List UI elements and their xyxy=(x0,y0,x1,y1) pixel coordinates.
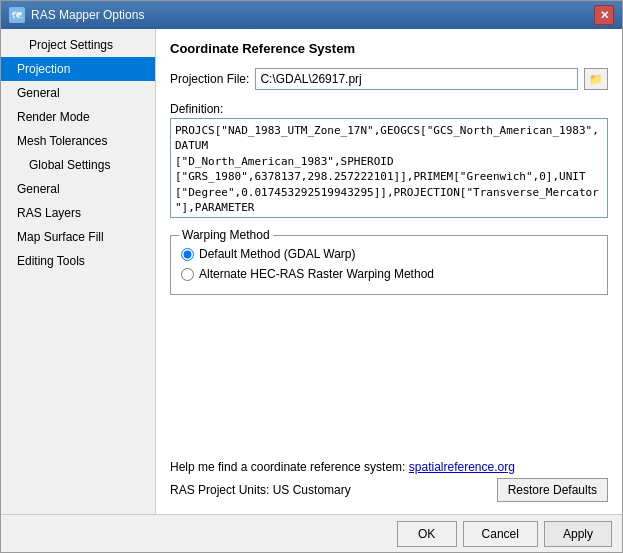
title-bar: 🗺 RAS Mapper Options ✕ xyxy=(1,1,622,29)
apply-button[interactable]: Apply xyxy=(544,521,612,547)
main-panel: Coordinate Reference System Projection F… xyxy=(156,29,622,514)
units-text: RAS Project Units: US Customary xyxy=(170,483,351,497)
sidebar-item-general-1[interactable]: General xyxy=(1,81,155,105)
main-window: 🗺 RAS Mapper Options ✕ Project Settings … xyxy=(0,0,623,553)
definition-textarea[interactable] xyxy=(170,118,608,218)
sidebar-item-general-2[interactable]: General xyxy=(1,177,155,201)
bottom-info: Help me find a coordinate reference syst… xyxy=(170,452,608,502)
radio-hecras-warp-label[interactable]: Alternate HEC-RAS Raster Warping Method xyxy=(199,267,434,281)
folder-icon: 📁 xyxy=(589,73,603,86)
sidebar: Project Settings Projection General Rend… xyxy=(1,29,156,514)
close-button[interactable]: ✕ xyxy=(594,5,614,25)
radio-gdal-warp-label[interactable]: Default Method (GDAL Warp) xyxy=(199,247,356,261)
units-row: RAS Project Units: US Customary Restore … xyxy=(170,478,608,502)
radio-hecras-warp[interactable] xyxy=(181,268,194,281)
help-link[interactable]: spatialreference.org xyxy=(409,460,515,474)
content-area: Project Settings Projection General Rend… xyxy=(1,29,622,514)
warping-group-title: Warping Method xyxy=(179,228,273,242)
projection-file-input[interactable] xyxy=(255,68,578,90)
sidebar-item-editing-tools[interactable]: Editing Tools xyxy=(1,249,155,273)
sidebar-item-project-settings[interactable]: Project Settings xyxy=(1,33,155,57)
window-title: RAS Mapper Options xyxy=(31,8,144,22)
sidebar-item-render-mode[interactable]: Render Mode xyxy=(1,105,155,129)
sidebar-item-ras-layers[interactable]: RAS Layers xyxy=(1,201,155,225)
sidebar-item-map-surface-fill[interactable]: Map Surface Fill xyxy=(1,225,155,249)
title-bar-left: 🗺 RAS Mapper Options xyxy=(9,7,144,23)
radio-row-gdal: Default Method (GDAL Warp) xyxy=(181,244,597,264)
projection-file-row: Projection File: 📁 xyxy=(170,68,608,90)
sidebar-item-projection[interactable]: Projection xyxy=(1,57,155,81)
section-title: Coordinate Reference System xyxy=(170,41,608,56)
warping-method-group: Warping Method Default Method (GDAL Warp… xyxy=(170,235,608,295)
definition-section: Definition: xyxy=(170,102,608,221)
sidebar-item-global-settings[interactable]: Global Settings xyxy=(1,153,155,177)
radio-gdal-warp[interactable] xyxy=(181,248,194,261)
window-icon: 🗺 xyxy=(9,7,25,23)
footer: OK Cancel Apply xyxy=(1,514,622,552)
ok-button[interactable]: OK xyxy=(397,521,457,547)
browse-button[interactable]: 📁 xyxy=(584,68,608,90)
radio-row-hecras: Alternate HEC-RAS Raster Warping Method xyxy=(181,264,597,284)
restore-defaults-button[interactable]: Restore Defaults xyxy=(497,478,608,502)
sidebar-item-mesh-tolerances[interactable]: Mesh Tolerances xyxy=(1,129,155,153)
projection-file-label: Projection File: xyxy=(170,72,249,86)
help-text: Help me find a coordinate reference syst… xyxy=(170,460,608,474)
cancel-button[interactable]: Cancel xyxy=(463,521,538,547)
definition-label: Definition: xyxy=(170,102,608,116)
